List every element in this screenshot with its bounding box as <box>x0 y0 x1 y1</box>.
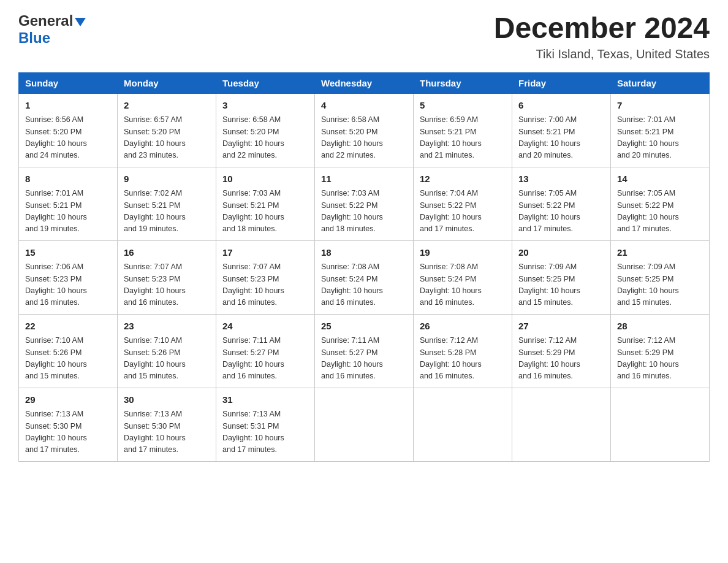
calendar-table: Sunday Monday Tuesday Wednesday Thursday… <box>18 72 710 462</box>
logo-general-text: General <box>18 12 73 29</box>
table-row: 1Sunrise: 6:56 AM Sunset: 5:20 PM Daylig… <box>19 93 118 167</box>
day-info: Sunrise: 6:59 AM Sunset: 5:21 PM Dayligh… <box>420 114 506 162</box>
table-row: 2Sunrise: 6:57 AM Sunset: 5:20 PM Daylig… <box>118 93 216 167</box>
col-thursday: Thursday <box>414 72 512 93</box>
day-number: 1 <box>25 99 111 113</box>
day-info: Sunrise: 7:10 AM Sunset: 5:26 PM Dayligh… <box>124 335 210 383</box>
table-row: 14Sunrise: 7:05 AM Sunset: 5:22 PM Dayli… <box>611 167 710 240</box>
page-header: General Blue December 2024 Tiki Island, … <box>18 12 710 61</box>
day-number: 6 <box>518 99 604 113</box>
day-number: 14 <box>617 172 703 186</box>
day-number: 17 <box>222 246 308 260</box>
day-number: 22 <box>25 320 111 334</box>
day-number: 13 <box>518 172 604 186</box>
day-info: Sunrise: 7:09 AM Sunset: 5:25 PM Dayligh… <box>518 261 604 309</box>
day-info: Sunrise: 7:13 AM Sunset: 5:31 PM Dayligh… <box>222 408 308 456</box>
calendar-week-row: 15Sunrise: 7:06 AM Sunset: 5:23 PM Dayli… <box>19 240 710 314</box>
title-block: December 2024 Tiki Island, Texas, United… <box>494 12 710 61</box>
table-row: 21Sunrise: 7:09 AM Sunset: 5:25 PM Dayli… <box>611 240 710 314</box>
table-row: 29Sunrise: 7:13 AM Sunset: 5:30 PM Dayli… <box>19 388 118 461</box>
table-row <box>611 388 710 461</box>
day-info: Sunrise: 7:00 AM Sunset: 5:21 PM Dayligh… <box>518 114 604 162</box>
table-row: 18Sunrise: 7:08 AM Sunset: 5:24 PM Dayli… <box>315 240 414 314</box>
calendar-week-row: 22Sunrise: 7:10 AM Sunset: 5:26 PM Dayli… <box>19 314 710 388</box>
day-number: 8 <box>25 172 111 186</box>
table-row: 28Sunrise: 7:12 AM Sunset: 5:29 PM Dayli… <box>611 314 710 388</box>
day-info: Sunrise: 6:57 AM Sunset: 5:20 PM Dayligh… <box>124 114 210 162</box>
table-row: 30Sunrise: 7:13 AM Sunset: 5:30 PM Dayli… <box>118 388 216 461</box>
day-number: 7 <box>617 99 703 113</box>
calendar-week-row: 1Sunrise: 6:56 AM Sunset: 5:20 PM Daylig… <box>19 93 710 167</box>
table-row <box>512 388 611 461</box>
calendar-subtitle: Tiki Island, Texas, United States <box>494 47 710 61</box>
day-number: 10 <box>222 172 308 186</box>
day-info: Sunrise: 7:12 AM Sunset: 5:28 PM Dayligh… <box>420 335 506 383</box>
day-number: 15 <box>25 246 111 260</box>
day-number: 29 <box>25 393 111 407</box>
day-number: 3 <box>222 99 308 113</box>
day-number: 18 <box>321 246 407 260</box>
table-row: 8Sunrise: 7:01 AM Sunset: 5:21 PM Daylig… <box>19 167 118 240</box>
day-number: 26 <box>420 320 506 334</box>
col-saturday: Saturday <box>611 72 710 93</box>
table-row: 3Sunrise: 6:58 AM Sunset: 5:20 PM Daylig… <box>216 93 315 167</box>
day-info: Sunrise: 7:11 AM Sunset: 5:27 PM Dayligh… <box>222 335 308 383</box>
calendar-title: December 2024 <box>494 12 710 45</box>
table-row: 7Sunrise: 7:01 AM Sunset: 5:21 PM Daylig… <box>611 93 710 167</box>
table-row: 20Sunrise: 7:09 AM Sunset: 5:25 PM Dayli… <box>512 240 611 314</box>
table-row: 12Sunrise: 7:04 AM Sunset: 5:22 PM Dayli… <box>414 167 512 240</box>
table-row: 4Sunrise: 6:58 AM Sunset: 5:20 PM Daylig… <box>315 93 414 167</box>
table-row <box>414 388 512 461</box>
day-info: Sunrise: 7:02 AM Sunset: 5:21 PM Dayligh… <box>124 188 210 236</box>
day-number: 11 <box>321 172 407 186</box>
calendar-header-row: Sunday Monday Tuesday Wednesday Thursday… <box>19 72 710 93</box>
table-row: 17Sunrise: 7:07 AM Sunset: 5:23 PM Dayli… <box>216 240 315 314</box>
day-info: Sunrise: 7:13 AM Sunset: 5:30 PM Dayligh… <box>25 408 111 456</box>
table-row <box>315 388 414 461</box>
table-row: 10Sunrise: 7:03 AM Sunset: 5:21 PM Dayli… <box>216 167 315 240</box>
day-info: Sunrise: 7:01 AM Sunset: 5:21 PM Dayligh… <box>617 114 703 162</box>
table-row: 22Sunrise: 7:10 AM Sunset: 5:26 PM Dayli… <box>19 314 118 388</box>
day-info: Sunrise: 6:58 AM Sunset: 5:20 PM Dayligh… <box>222 114 308 162</box>
day-number: 27 <box>518 320 604 334</box>
calendar-week-row: 29Sunrise: 7:13 AM Sunset: 5:30 PM Dayli… <box>19 388 710 461</box>
day-info: Sunrise: 7:01 AM Sunset: 5:21 PM Dayligh… <box>25 188 111 236</box>
col-friday: Friday <box>512 72 611 93</box>
day-number: 23 <box>124 320 210 334</box>
col-monday: Monday <box>118 72 216 93</box>
day-number: 9 <box>124 172 210 186</box>
day-info: Sunrise: 7:11 AM Sunset: 5:27 PM Dayligh… <box>321 335 407 383</box>
day-number: 24 <box>222 320 308 334</box>
day-info: Sunrise: 7:05 AM Sunset: 5:22 PM Dayligh… <box>518 188 604 236</box>
day-info: Sunrise: 7:06 AM Sunset: 5:23 PM Dayligh… <box>25 261 111 309</box>
day-number: 25 <box>321 320 407 334</box>
day-info: Sunrise: 7:07 AM Sunset: 5:23 PM Dayligh… <box>222 261 308 309</box>
table-row: 9Sunrise: 7:02 AM Sunset: 5:21 PM Daylig… <box>118 167 216 240</box>
table-row: 31Sunrise: 7:13 AM Sunset: 5:31 PM Dayli… <box>216 388 315 461</box>
table-row: 25Sunrise: 7:11 AM Sunset: 5:27 PM Dayli… <box>315 314 414 388</box>
day-info: Sunrise: 7:03 AM Sunset: 5:21 PM Dayligh… <box>222 188 308 236</box>
table-row: 23Sunrise: 7:10 AM Sunset: 5:26 PM Dayli… <box>118 314 216 388</box>
day-number: 5 <box>420 99 506 113</box>
day-number: 21 <box>617 246 703 260</box>
day-info: Sunrise: 7:09 AM Sunset: 5:25 PM Dayligh… <box>617 261 703 309</box>
col-sunday: Sunday <box>19 72 118 93</box>
day-number: 12 <box>420 172 506 186</box>
day-number: 4 <box>321 99 407 113</box>
table-row: 16Sunrise: 7:07 AM Sunset: 5:23 PM Dayli… <box>118 240 216 314</box>
day-number: 28 <box>617 320 703 334</box>
day-info: Sunrise: 7:07 AM Sunset: 5:23 PM Dayligh… <box>124 261 210 309</box>
table-row: 6Sunrise: 7:00 AM Sunset: 5:21 PM Daylig… <box>512 93 611 167</box>
logo: General Blue <box>18 12 86 47</box>
table-row: 24Sunrise: 7:11 AM Sunset: 5:27 PM Dayli… <box>216 314 315 388</box>
day-info: Sunrise: 6:56 AM Sunset: 5:20 PM Dayligh… <box>25 114 111 162</box>
day-info: Sunrise: 7:04 AM Sunset: 5:22 PM Dayligh… <box>420 188 506 236</box>
day-info: Sunrise: 7:08 AM Sunset: 5:24 PM Dayligh… <box>420 261 506 309</box>
col-wednesday: Wednesday <box>315 72 414 93</box>
calendar-week-row: 8Sunrise: 7:01 AM Sunset: 5:21 PM Daylig… <box>19 167 710 240</box>
day-info: Sunrise: 7:12 AM Sunset: 5:29 PM Dayligh… <box>518 335 604 383</box>
day-number: 30 <box>124 393 210 407</box>
day-info: Sunrise: 7:08 AM Sunset: 5:24 PM Dayligh… <box>321 261 407 309</box>
table-row: 11Sunrise: 7:03 AM Sunset: 5:22 PM Dayli… <box>315 167 414 240</box>
table-row: 19Sunrise: 7:08 AM Sunset: 5:24 PM Dayli… <box>414 240 512 314</box>
